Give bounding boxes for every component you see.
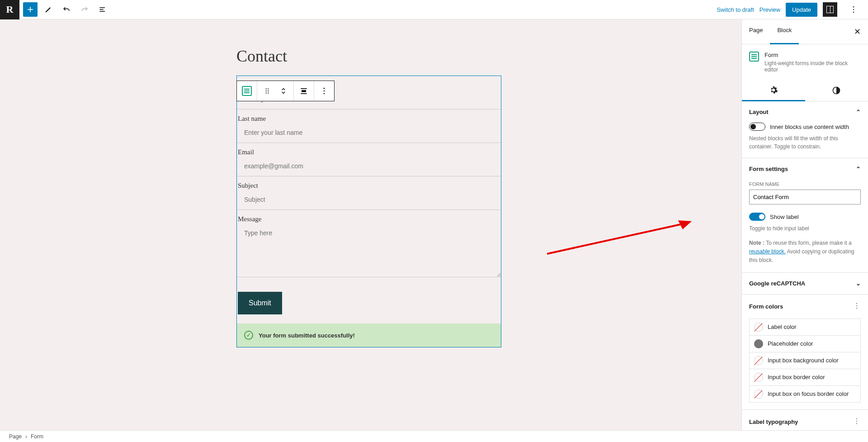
undo-button[interactable] [59,2,74,17]
svg-rect-2 [99,11,105,12]
svg-point-25 [856,420,857,421]
last-name-input[interactable] [237,123,501,143]
settings-tab[interactable] [742,80,805,101]
input-focus-border-color-row[interactable]: Input box on focus border color [749,385,861,403]
svg-point-16 [324,90,325,92]
breadcrumb-form[interactable]: Form [31,433,43,440]
form-colors-panel-toggle[interactable]: Form colors [742,295,868,318]
reusable-block-link[interactable]: reusable block. [749,248,786,255]
label-typography-panel-toggle[interactable]: Label typography [742,410,868,430]
message-textarea[interactable] [237,223,501,277]
svg-rect-0 [99,7,105,8]
switch-to-draft-link[interactable]: Switch to draft [717,6,754,13]
chevron-up-icon: ⌃ [856,109,861,115]
chevron-down-icon: ⌄ [856,280,861,287]
svg-point-15 [324,88,325,89]
svg-point-9 [268,90,269,91]
settings-sidebar: Page Block ✕ Form Light-weight forms ins… [741,19,868,430]
chevron-up-icon: ⌃ [856,166,861,172]
update-button[interactable]: Update [786,3,817,17]
preview-link[interactable]: Preview [760,6,780,13]
svg-point-21 [856,303,857,304]
styles-tab[interactable] [805,80,868,101]
layout-panel-toggle[interactable]: Layout ⌃ [742,101,868,123]
align-button[interactable] [296,82,312,100]
svg-point-4 [853,9,854,10]
svg-point-26 [856,423,857,424]
show-label-help: Toggle to hide input label [749,224,861,233]
close-sidebar-button[interactable]: ✕ [847,19,868,44]
tab-block[interactable]: Block [770,19,799,44]
content-width-toggle[interactable] [749,123,765,131]
page-title[interactable]: Contact [236,47,741,66]
svg-point-22 [856,305,857,306]
form-settings-panel-toggle[interactable]: Form settings ⌃ [742,158,868,180]
edit-mode-button[interactable] [41,2,56,17]
typography-options-button[interactable] [853,417,861,427]
last-name-label: Last name [237,115,501,123]
svg-point-6 [266,88,267,89]
breadcrumb-separator: › [25,433,27,440]
form-block-icon [749,52,759,73]
subject-input[interactable] [237,190,501,210]
subject-label: Subject [237,182,501,190]
breadcrumb-page[interactable]: Page [9,433,22,440]
email-input[interactable] [237,156,501,176]
annotation-arrow [547,219,692,255]
options-menu-button[interactable] [846,2,861,17]
svg-rect-14 [301,93,307,94]
redo-button[interactable] [77,2,92,17]
form-name-input[interactable] [749,190,861,204]
svg-point-23 [856,308,857,309]
editor-canvas[interactable]: Contact First name Last name [0,19,741,430]
svg-point-8 [266,90,267,91]
content-width-label: Inner blocks use content width [770,124,849,130]
success-message: ✓ Your form submitted successfully! [237,323,501,347]
recaptcha-panel-toggle[interactable]: Google reCAPTCHA ⌄ [742,273,868,294]
svg-line-18 [547,224,683,254]
block-description: Light-weight forms inside the block edit… [764,60,861,73]
show-label-toggle[interactable] [749,213,765,221]
settings-panel-toggle[interactable] [823,2,837,17]
svg-rect-1 [99,9,103,10]
svg-point-11 [268,92,269,93]
breadcrumb-bar: Page › Form [0,430,868,442]
svg-point-3 [853,6,854,7]
form-name-field-label: FORM NAME [749,181,861,187]
tab-page[interactable]: Page [742,19,770,44]
drag-handle[interactable] [259,82,275,100]
placeholder-color-row[interactable]: Placeholder color [749,335,861,352]
check-icon: ✓ [244,331,253,340]
colors-options-button[interactable] [853,302,861,311]
svg-point-24 [856,418,857,419]
svg-point-10 [266,92,267,93]
input-bg-color-row[interactable]: Input box background color [749,352,861,369]
layout-help-text: Nested blocks will fill the width of thi… [749,134,861,151]
reusable-note: Note : To reuse this form, please make i… [749,239,861,265]
show-label-text: Show label [770,214,799,220]
svg-point-5 [853,12,854,13]
svg-rect-13 [302,90,306,92]
top-toolbar: R Switch to draft Preview Update [0,0,868,19]
svg-rect-12 [301,88,307,89]
add-block-button[interactable] [23,2,38,17]
block-options-button[interactable] [316,82,332,100]
submit-button[interactable]: Submit [238,292,282,314]
block-toolbar [236,81,335,101]
move-up-down[interactable] [275,82,292,100]
block-type-icon[interactable] [239,82,255,100]
site-logo[interactable]: R [0,0,19,19]
input-border-color-row[interactable]: Input box border color [749,369,861,386]
svg-marker-19 [678,220,692,229]
document-overview-button[interactable] [95,2,110,17]
label-color-row[interactable]: Label color [749,318,861,336]
message-label: Message [237,215,501,223]
svg-point-7 [268,88,269,89]
form-block[interactable]: First name Last name Email Subject Messa… [236,76,501,347]
block-name: Form [764,52,861,58]
email-label: Email [237,148,501,156]
svg-point-17 [324,93,325,95]
success-text: Your form submitted successfully! [259,332,355,339]
